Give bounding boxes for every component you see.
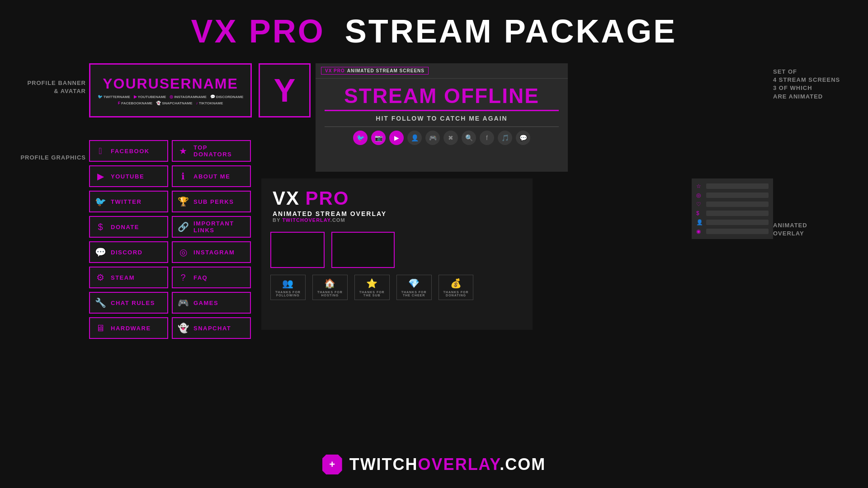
ss-social-twitter: 🐦: [353, 131, 368, 145]
btn-hardware[interactable]: 🖥 HARDWARE: [89, 317, 168, 339]
btn-sub-perks[interactable]: 🏆 SUB PERKS: [172, 191, 251, 212]
btn-games-label: GAMES: [193, 300, 218, 306]
ss-offline-title: STREAM OFFLINE: [344, 85, 539, 106]
overlay-cam-box-1: [270, 232, 325, 268]
label-profile-graphics: PROFILE GRAPHICS: [14, 154, 86, 162]
btn-sub-perks-label: SUB PERKS: [193, 198, 234, 205]
stat-heart-icon: ♡: [696, 201, 703, 207]
btn-snapchat[interactable]: 👻 SNAPCHAT: [172, 317, 251, 339]
alert-cheer: 💎 THANKS FORTHE CHEER: [396, 275, 432, 300]
instagram-icon: ◎: [177, 247, 189, 258]
btn-instagram-label: INSTAGRAM: [193, 249, 235, 256]
btn-snapchat-label: SNAPCHAT: [193, 325, 231, 332]
stat-bar-4: [706, 211, 769, 216]
social-twitter: 🐦 TWITTERNAME: [98, 94, 130, 99]
footer-logo-symbol: +: [329, 459, 335, 470]
link-icon: 🔗: [177, 221, 189, 232]
label-set-of: SET OF4 STREAM SCREENS3 OF WHICHARE ANIM…: [773, 68, 854, 101]
hosting-label: THANKS FORHOSTING: [317, 291, 343, 297]
title-vx: VX: [191, 13, 238, 49]
sub-icon: ⭐: [366, 278, 377, 289]
alert-hosting: 🏠 THANKS FORHOSTING: [312, 275, 348, 300]
stat-row-2: ◎: [696, 192, 769, 198]
btn-donate[interactable]: $ DONATE: [89, 216, 168, 238]
ss-badge: VX PRO ANIMATED STREAM SCREENS: [321, 67, 429, 75]
btn-twitter-label: TWITTER: [111, 198, 142, 205]
chat-rules-icon: 🔧: [94, 297, 106, 308]
ss-social-music: 🎵: [498, 131, 512, 145]
animated-overlay-panel: VX PRO ANIMATED STREAM OVERLAY BY TWITCH…: [261, 178, 533, 330]
games-icon: 🎮: [177, 297, 189, 308]
btn-about-me-label: ABOUT ME: [193, 173, 230, 180]
banner-socials: 🐦 TWITTERNAME ▶ YOUTUBENAME ◎ INSTAGRAMN…: [94, 94, 247, 105]
ss-social-user: 👤: [407, 131, 422, 145]
ss-social-youtube: ▶: [389, 131, 404, 145]
label-profile-banner: PROFILE BANNER& AVATAR: [14, 79, 86, 95]
ss-body: STREAM OFFLINE HIT FOLLOW TO CATCH ME AG…: [316, 79, 568, 150]
alert-sub: ⭐ THANKS FORTHE SUB: [354, 275, 390, 300]
twitter-icon: 🐦: [94, 196, 106, 207]
ss-social-fb: f: [480, 131, 494, 145]
overlay-vx: VX: [273, 188, 300, 209]
btn-twitter[interactable]: 🐦 TWITTER: [89, 191, 168, 212]
social-tiktok: ♪ TIKTOKNAME: [196, 101, 223, 105]
stat-bar-6: [706, 229, 769, 234]
ss-social-row: 🐦 📷 ▶ 👤 🎮 ✖ 🔍 f 🎵 💬: [325, 127, 559, 145]
btn-about-me[interactable]: ℹ ABOUT ME: [172, 165, 251, 187]
star-icon: ★: [177, 145, 189, 156]
avatar-card: Y: [259, 63, 311, 117]
btn-hardware-label: HARDWARE: [111, 325, 151, 332]
faq-icon: ?: [177, 272, 189, 283]
social-snapchat: 👻 SNAPCHATNAME: [156, 101, 192, 105]
btn-youtube-label: YOUTUBE: [111, 173, 144, 180]
stat-row-4: $: [696, 210, 769, 216]
btn-top-donators[interactable]: ★ TOP DONATORS: [172, 140, 251, 162]
discord-icon: 💬: [94, 247, 106, 258]
btn-chat-rules[interactable]: 🔧 CHAT RULES: [89, 292, 168, 314]
btn-instagram[interactable]: ◎ INSTAGRAM: [172, 241, 251, 263]
stream-screens-panel: VX PRO ANIMATED STREAM SCREENS STREAM OF…: [316, 63, 568, 172]
btn-facebook[interactable]:  FACEBOOK: [89, 140, 168, 162]
btn-faq[interactable]: ? FAQ: [172, 267, 251, 288]
alert-following: 👥 THANKS FORFOLLOWING: [270, 275, 306, 300]
social-discord: 💬 DISCORDNAME: [210, 94, 243, 99]
btn-youtube[interactable]: ▶ YOUTUBE: [89, 165, 168, 187]
graphics-grid:  FACEBOOK ★ TOP DONATORS ▶ YOUTUBE ℹ AB…: [89, 140, 251, 339]
overlay-by: BY TWITCHOVERLAY.COM: [273, 217, 521, 223]
footer-com: .COM: [500, 455, 546, 474]
stat-row-6: ◉: [696, 228, 769, 235]
ss-social-game: 🎮: [425, 131, 440, 145]
stat-circle-icon: ◎: [696, 192, 703, 198]
ss-divider: [325, 110, 559, 111]
profile-banner-card: YOURUSERNAME 🐦 TWITTERNAME ▶ YOUTUBENAME…: [89, 63, 252, 117]
social-facebook: f FACEBOOKNAME: [118, 101, 152, 105]
stat-chat-icon: ◉: [696, 228, 703, 235]
btn-important-links-label: IMPORTANT LINKS: [193, 220, 245, 234]
ss-animated-text: ANIMATED STREAM SCREENS: [347, 68, 425, 73]
btn-important-links[interactable]: 🔗 IMPORTANT LINKS: [172, 216, 251, 238]
btn-faq-label: FAQ: [193, 274, 208, 281]
ss-social-discord: 💬: [516, 131, 530, 145]
dollar-icon: $: [94, 222, 106, 232]
overlay-subtitle: ANIMATED STREAM OVERLAY: [273, 210, 521, 217]
label-animated-overlay: ANIMATEDOVERLAY: [773, 221, 854, 238]
stat-star-icon: ☆: [696, 183, 703, 189]
btn-steam[interactable]: ⚙ STEAM: [89, 267, 168, 288]
stat-row-5: 👤: [696, 219, 769, 225]
overlay-header: VX PRO ANIMATED STREAM OVERLAY BY TWITCH…: [261, 178, 533, 227]
alert-donating: 💰 THANKS FORDONATING: [439, 275, 474, 300]
stat-bar-1: [706, 183, 769, 189]
hosting-icon: 🏠: [324, 278, 335, 289]
following-icon: 👥: [282, 278, 293, 289]
donating-label: THANKS FORDONATING: [443, 291, 469, 297]
donating-icon: 💰: [450, 278, 462, 289]
avatar-letter: Y: [274, 72, 295, 109]
btn-discord[interactable]: 💬 DISCORD: [89, 241, 168, 263]
title-stream-package: STREAM PACKAGE: [345, 13, 677, 49]
btn-facebook-label: FACEBOOK: [111, 148, 150, 155]
footer-logo: +: [322, 455, 342, 474]
social-instagram: ◎ INSTAGRAMNAME: [170, 94, 206, 99]
stat-bar-2: [706, 192, 769, 198]
btn-games[interactable]: 🎮 GAMES: [172, 292, 251, 314]
footer: + TWITCHOVERLAY.COM: [0, 455, 868, 474]
